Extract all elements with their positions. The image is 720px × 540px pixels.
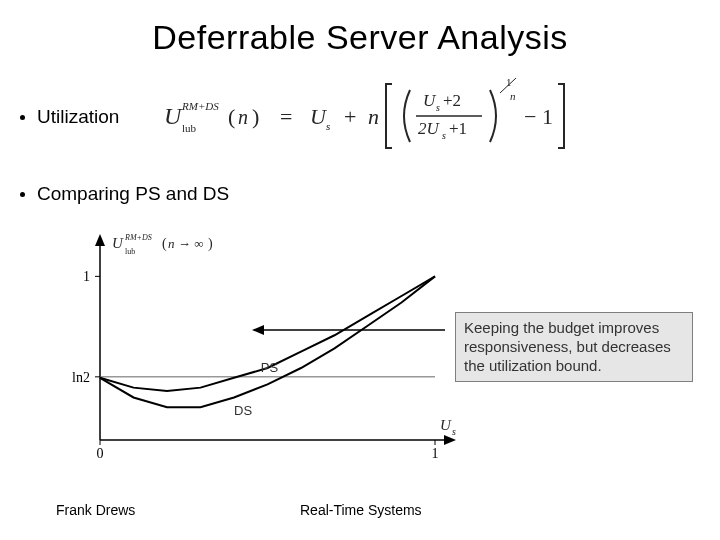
svg-text:U: U xyxy=(440,417,452,433)
y-tick-label: 1 xyxy=(83,269,90,284)
f-lhs-sup: RM+DS xyxy=(181,100,219,112)
x-axis-label: U s xyxy=(440,417,456,437)
slide-title: Deferrable Server Analysis xyxy=(0,18,720,57)
f-lhs-n: n xyxy=(238,106,248,128)
svg-text:RM+DS: RM+DS xyxy=(124,233,152,242)
f-Us-sub: s xyxy=(326,120,330,132)
f-lhs-rparen: ) xyxy=(252,104,259,129)
utilization-formula: U RM+DS lub ( n ) = U s + n U s +2 xyxy=(160,76,620,156)
f-rparen-icon xyxy=(490,90,496,142)
f-lbracket-icon xyxy=(386,84,392,148)
f-n: n xyxy=(368,104,379,129)
footer-author: Frank Drews xyxy=(56,502,135,518)
series-ds-line xyxy=(100,276,435,407)
f-lhs-U: U xyxy=(164,103,183,129)
svg-text:s: s xyxy=(452,426,456,437)
footer-course: Real-Time Systems xyxy=(300,502,422,518)
bullet-comparing: Comparing PS and DS xyxy=(20,183,229,205)
f-num-sub: s xyxy=(436,102,440,113)
f-rbracket-icon xyxy=(558,84,564,148)
bullet-comparing-label: Comparing PS and DS xyxy=(37,183,229,205)
f-den-sub: s xyxy=(442,130,446,141)
f-den-2U: 2U xyxy=(418,119,441,138)
f-num-tail: +2 xyxy=(443,91,461,110)
svg-text:n: n xyxy=(168,236,175,251)
y-axis-arrow-icon xyxy=(95,234,105,246)
svg-text:U: U xyxy=(112,235,124,251)
bullet-utilization-label: Utilization xyxy=(37,106,119,128)
y-axis-label: U RM+DS lub ( n → ∞ ) xyxy=(112,233,213,256)
bullet-dot-icon xyxy=(20,192,25,197)
svg-text:): ) xyxy=(208,236,213,252)
bullet-dot-icon xyxy=(20,115,25,120)
svg-text:(: ( xyxy=(162,236,167,252)
x-tick-label: 1 xyxy=(432,446,439,460)
bullet-utilization: Utilization xyxy=(20,106,119,128)
f-den-tail: +1 xyxy=(449,119,467,138)
series-ps-label: PS xyxy=(261,360,279,375)
svg-text:→ ∞: → ∞ xyxy=(178,236,204,251)
x-tick-label: 0 xyxy=(97,446,104,460)
callout-arrow-head-icon xyxy=(252,325,264,335)
f-lhs-lparen: ( xyxy=(228,104,235,129)
f-eq: = xyxy=(280,104,292,129)
y-tick-label: ln2 xyxy=(72,370,90,385)
f-exp-bot: n xyxy=(510,90,516,102)
f-minus1: − 1 xyxy=(524,104,553,129)
f-plus1: + xyxy=(344,104,356,129)
f-lhs-sub: lub xyxy=(182,122,197,134)
svg-text:lub: lub xyxy=(125,247,135,256)
f-lparen-icon xyxy=(404,90,410,142)
series-ds-label: DS xyxy=(234,403,252,418)
f-num-U: U xyxy=(423,91,437,110)
callout-note: Keeping the budget improves responsivene… xyxy=(455,312,693,382)
